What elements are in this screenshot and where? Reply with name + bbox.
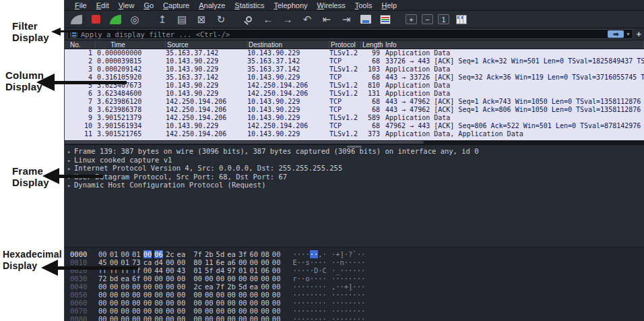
packet-row-2[interactable]: 20.00003981510.143.90.22935.163.37.142TC… — [65, 57, 644, 65]
hex-row-0080[interactable]: 008000000000000000000000000000000000····… — [65, 315, 644, 321]
auto-scroll-icon[interactable] — [358, 13, 373, 26]
expander-icon[interactable]: ▸ — [67, 148, 74, 156]
packet-row-1[interactable]: 10.00000000035.163.37.14210.143.90.229TL… — [65, 49, 644, 57]
packet-row-3[interactable]: 30.00020914210.143.90.22935.163.37.142TL… — [65, 65, 644, 74]
detail-line-1[interactable]: ▸Linux cooked capture v1 — [65, 156, 644, 165]
hex-byte: 00 — [250, 291, 259, 299]
add-filter-button[interactable]: + — [636, 29, 641, 39]
menu-view[interactable]: View — [114, 1, 139, 9]
zoom-in-icon[interactable]: + — [406, 14, 417, 24]
packet-row-5[interactable]: 53.62340767310.143.90.229142.250.194.206… — [65, 82, 644, 90]
capture-options-icon[interactable]: ◎ — [127, 13, 142, 26]
last-packet-icon[interactable]: ⇥ — [339, 13, 354, 26]
display-filter-input[interactable] — [81, 30, 608, 38]
hex-byte: 2b — [227, 283, 236, 291]
packet-row-9[interactable]: 93.901521379142.250.194.20610.143.90.229… — [65, 114, 644, 122]
menu-help[interactable]: Help — [377, 1, 401, 9]
cell-info: Application Data — [381, 90, 644, 98]
detail-line-3[interactable]: ▸User Datagram Protocol, Src Port: 68, D… — [65, 173, 644, 181]
reload-file-icon[interactable]: ↻ — [214, 13, 228, 26]
menu-go[interactable]: Go — [139, 1, 158, 9]
column-header-protocol[interactable]: Protocol — [329, 40, 361, 49]
packet-row-4[interactable]: 40.31610592035.163.37.14210.143.90.229TC… — [65, 74, 644, 82]
cell-destination: 10.143.90.229 — [247, 106, 329, 114]
menu-tools[interactable]: Tools — [350, 1, 377, 9]
detail-line-4[interactable]: ▸Dynamic Host Configuration Protocol (Re… — [65, 181, 644, 189]
column-header-source[interactable]: Source — [166, 40, 247, 49]
go-back-icon[interactable]: ← — [261, 13, 276, 26]
cell-destination: 10.143.90.229 — [247, 114, 329, 122]
hex-row-0030[interactable]: 003072bdea6f000000000000000000000000r··o… — [65, 274, 644, 283]
menu-statistics[interactable]: Statistics — [230, 1, 269, 9]
go-forward-icon[interactable]: → — [280, 13, 295, 26]
column-header-no[interactable]: No. — [65, 40, 96, 49]
packet-row-11[interactable]: 113.901521765142.250.194.20610.143.90.22… — [65, 130, 644, 138]
go-to-packet-icon[interactable]: ↶ — [300, 13, 315, 26]
menu-telephony[interactable]: Telephony — [269, 1, 312, 9]
cell-time: 3.623986378 — [96, 106, 166, 114]
cell-info: Application Data — [381, 114, 644, 122]
hex-byte: 00 — [177, 258, 186, 266]
save-file-icon[interactable]: ▤ — [174, 13, 189, 26]
hex-byte: 6e — [216, 258, 225, 266]
hex-row-0020[interactable]: 0020ffffffff00440043015fd49701010600····… — [65, 266, 644, 274]
detail-line-0[interactable]: ▸Frame 139: 387 bytes on wire (3096 bits… — [65, 147, 644, 156]
apply-filter-button[interactable]: ➡ — [608, 30, 624, 38]
cell-time: 3.623986120 — [96, 98, 166, 106]
find-packet-icon[interactable] — [241, 13, 256, 26]
hex-row-0010[interactable]: 001045000173cad4000080116ea600000000E··s… — [65, 258, 644, 266]
hex-row-0000[interactable]: 00000001000100062cea7f2b5dea3f600800····… — [65, 250, 644, 258]
zoom-out-icon[interactable]: − — [422, 14, 433, 24]
hex-byte: 01 — [110, 250, 119, 258]
close-file-icon[interactable]: ⊠ — [194, 13, 209, 26]
hex-row-0060[interactable]: 006000000000000000000000000000000000····… — [65, 299, 644, 307]
detail-line-2[interactable]: ▸Internet Protocol Version 4, Src: 0.0.0… — [65, 164, 644, 173]
menu-analyze[interactable]: Analyze — [194, 1, 230, 9]
packet-row-6[interactable]: 63.62348460010.143.90.229142.250.194.206… — [65, 90, 644, 98]
hex-byte: 00 — [227, 299, 236, 307]
expander-icon[interactable]: ▸ — [67, 181, 74, 190]
display-filter-box[interactable]: ➡ ▾ — [67, 29, 633, 39]
cell-no: 9 — [65, 114, 96, 122]
hex-byte: 7f — [216, 283, 225, 291]
hex-byte: 00 — [98, 291, 107, 299]
menu-file[interactable]: File — [70, 1, 92, 9]
column-header-info[interactable]: Info — [381, 40, 644, 49]
start-capture-icon[interactable] — [69, 13, 84, 26]
menu-wireless[interactable]: Wireless — [313, 1, 350, 9]
hex-row-0070[interactable]: 007000000000000000000000000000000000····… — [65, 307, 644, 315]
hex-byte: 01 — [250, 266, 259, 274]
colorize-icon[interactable] — [378, 13, 393, 26]
hex-row-0040[interactable]: 004000000000000000002cea7f2b5dea0000····… — [65, 283, 644, 291]
hex-byte: 00 — [177, 315, 186, 321]
packet-row-8[interactable]: 83.623986378142.250.194.20610.143.90.229… — [65, 106, 644, 114]
ascii-column: ········,··+]··· — [293, 283, 366, 291]
packet-row-7[interactable]: 73.623986120142.250.194.20610.143.90.229… — [65, 98, 644, 106]
hex-row-0050[interactable]: 005000000000000000000000000000000000····… — [65, 291, 644, 299]
column-header-destination[interactable]: Destination — [247, 40, 329, 49]
resize-columns-icon[interactable] — [454, 13, 469, 26]
scrollbar-thumb[interactable] — [65, 141, 424, 144]
first-packet-icon[interactable]: ⇤ — [319, 13, 334, 26]
normal-size-icon[interactable]: 1 — [438, 14, 449, 24]
hex-byte: 00 — [193, 291, 202, 299]
restart-capture-icon[interactable] — [108, 13, 123, 26]
packet-row-10[interactable]: 103.90156193410.143.90.229142.250.194.20… — [65, 122, 644, 130]
cell-protocol: TLSv1.2 — [329, 82, 361, 90]
cell-destination: 35.163.37.142 — [247, 57, 329, 65]
hex-byte: 00 — [216, 299, 225, 307]
column-header-length[interactable]: Length — [361, 40, 381, 49]
menu-edit[interactable]: Edit — [92, 1, 114, 9]
hex-byte: 60 — [250, 250, 259, 258]
expander-icon[interactable]: ▸ — [67, 165, 74, 173]
open-file-icon[interactable]: ↥ — [155, 13, 170, 26]
splitter-grip-icon[interactable] — [347, 146, 362, 148]
cell-no: 6 — [65, 90, 96, 98]
cell-length: 68 — [361, 57, 381, 65]
hex-byte: 00 — [98, 283, 107, 291]
cell-length: 68 — [361, 74, 381, 82]
menu-capture[interactable]: Capture — [158, 1, 194, 9]
column-header-time[interactable]: Time — [96, 40, 166, 49]
filter-dropdown-caret-icon[interactable]: ▾ — [626, 31, 629, 37]
stop-capture-icon[interactable] — [88, 13, 103, 26]
